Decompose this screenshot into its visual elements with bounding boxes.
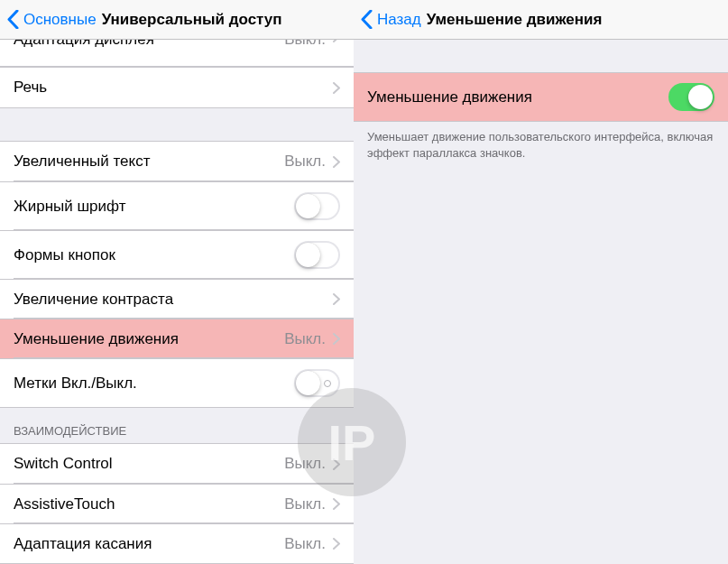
screen-reduce-motion: Назад Уменьшение движения Уменьшение дви… xyxy=(354,0,728,564)
row-onoff-labels[interactable]: Метки Вкл./Выкл. xyxy=(0,358,354,407)
content-right: Уменьшение движения Уменьшает движение п… xyxy=(354,40,728,564)
navbar-right: Назад Уменьшение движения xyxy=(354,0,728,40)
row-label: Метки Вкл./Выкл. xyxy=(14,374,294,393)
row-label: Уменьшение движения xyxy=(14,330,284,348)
section-header-interaction: ВЗАИМОДЕЙСТВИЕ xyxy=(0,408,354,443)
row-larger-text[interactable]: Увеличенный текст Выкл. xyxy=(0,142,354,181)
row-display-adaptation[interactable]: Адаптация дисплея Выкл. xyxy=(0,40,354,67)
row-label: Switch Control xyxy=(14,455,284,473)
row-label: AssistiveTouch xyxy=(14,495,284,513)
row-value: Выкл. xyxy=(284,153,326,171)
chevron-right-icon xyxy=(333,82,340,94)
row-reduce-motion-toggle[interactable]: Уменьшение движения xyxy=(354,73,728,121)
toggle-button-shapes[interactable] xyxy=(294,241,340,269)
group-display: Увеличенный текст Выкл. Жирный шрифт Фор… xyxy=(0,141,354,408)
row-speech[interactable]: Речь xyxy=(0,68,354,107)
row-label: Адаптация дисплея xyxy=(14,40,284,49)
screen-accessibility: Основные Универсальный доступ Адаптация … xyxy=(0,0,354,564)
footer-description: Уменьшает движение пользовательского инт… xyxy=(354,122,728,166)
row-value: Выкл. xyxy=(284,330,326,348)
row-increase-contrast[interactable]: Увеличение контраста xyxy=(0,279,354,319)
row-value: Выкл. xyxy=(284,535,326,553)
row-value: Выкл. xyxy=(284,40,326,49)
row-label: Увеличение контраста xyxy=(14,291,333,309)
back-label: Назад xyxy=(377,11,421,29)
group-interaction: Switch Control Выкл. AssistiveTouch Выкл… xyxy=(0,443,354,564)
back-button[interactable]: Основные xyxy=(7,10,97,29)
back-label: Основные xyxy=(23,11,97,29)
toggle-bold-text[interactable] xyxy=(294,192,340,220)
chevron-left-icon xyxy=(361,10,373,29)
row-label: Уменьшение движения xyxy=(367,88,668,106)
row-value: Выкл. xyxy=(284,495,326,513)
toggle-reduce-motion[interactable] xyxy=(668,83,714,111)
chevron-right-icon xyxy=(333,498,340,510)
chevron-right-icon xyxy=(333,293,340,305)
group-speech: Речь xyxy=(0,67,354,108)
chevron-left-icon xyxy=(7,10,19,29)
row-label: Формы кнопок xyxy=(14,246,294,264)
chevron-right-icon xyxy=(333,156,340,168)
row-value: Выкл. xyxy=(284,455,326,473)
chevron-right-icon xyxy=(333,538,340,550)
group-reduce-motion: Уменьшение движения xyxy=(354,72,728,122)
navbar-left: Основные Универсальный доступ xyxy=(0,0,354,40)
row-label: Жирный шрифт xyxy=(14,198,294,216)
chevron-right-icon xyxy=(333,333,340,345)
row-label: Речь xyxy=(14,79,333,97)
back-button[interactable]: Назад xyxy=(361,10,421,29)
chevron-right-icon xyxy=(333,458,340,470)
row-button-shapes[interactable]: Формы кнопок xyxy=(0,230,354,279)
page-title: Универсальный доступ xyxy=(102,11,282,29)
spacer xyxy=(0,108,354,141)
row-bold-text[interactable]: Жирный шрифт xyxy=(0,181,354,230)
toggle-onoff-labels[interactable] xyxy=(294,369,340,397)
row-label: Увеличенный текст xyxy=(14,153,284,171)
page-title: Уменьшение движения xyxy=(427,11,603,29)
row-switch-control[interactable]: Switch Control Выкл. xyxy=(0,444,354,484)
content-left: Адаптация дисплея Выкл. Речь Увеличенный… xyxy=(0,40,354,564)
row-assistivetouch[interactable]: AssistiveTouch Выкл. xyxy=(0,484,354,523)
row-reduce-motion[interactable]: Уменьшение движения Выкл. xyxy=(0,319,354,358)
spacer xyxy=(354,40,728,72)
chevron-right-icon xyxy=(333,40,340,42)
row-label: Адаптация касания xyxy=(14,535,284,553)
row-touch-accommodations[interactable]: Адаптация касания Выкл. xyxy=(0,523,354,563)
